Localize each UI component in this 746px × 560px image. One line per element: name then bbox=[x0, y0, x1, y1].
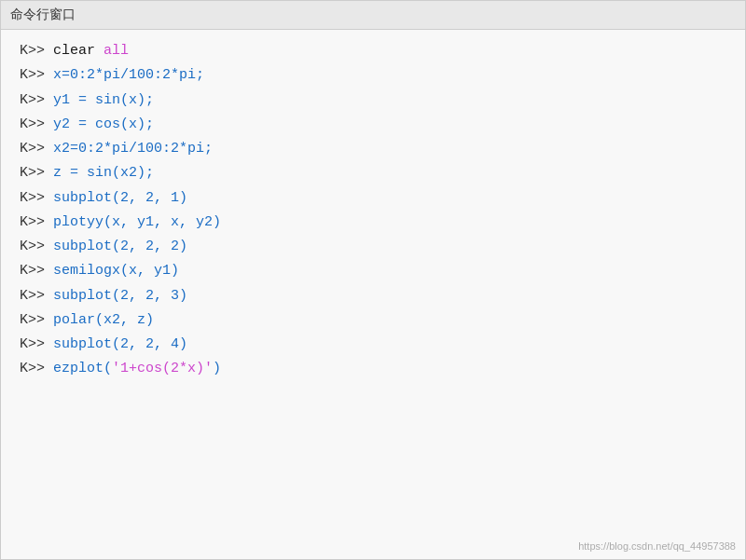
command-text: z = sin(x2); bbox=[53, 161, 154, 185]
terminal-line: K>> ezplot('1+cos(2*x)') bbox=[20, 357, 726, 381]
command-text: x2=0:2*pi/100:2*pi; bbox=[53, 137, 213, 161]
prompt: K>> bbox=[20, 89, 53, 113]
window-title: 命令行窗口 bbox=[10, 7, 76, 21]
command-text: polar(x2, z) bbox=[53, 308, 154, 333]
command-text: ) bbox=[213, 357, 221, 381]
command-text: semilogx(x, y1) bbox=[53, 259, 179, 283]
prompt: K>> bbox=[20, 63, 53, 88]
terminal-line: K>> x=0:2*pi/100:2*pi; bbox=[20, 63, 726, 88]
prompt: K>> bbox=[20, 39, 53, 63]
title-bar: 命令行窗口 bbox=[1, 1, 745, 30]
prompt: K>> bbox=[20, 113, 53, 137]
command-text: ezplot( bbox=[53, 357, 112, 381]
command-text: clear bbox=[53, 39, 104, 63]
command-text: x=0:2*pi/100:2*pi; bbox=[53, 63, 204, 88]
terminal-line: K>> y2 = cos(x); bbox=[20, 113, 726, 137]
terminal-line: K>> subplot(2, 2, 1) bbox=[20, 186, 726, 211]
window: 命令行窗口 K>> clear allK>> x=0:2*pi/100:2*pi… bbox=[0, 0, 746, 560]
terminal-line: K>> plotyy(x, y1, x, y2) bbox=[20, 211, 726, 235]
prompt: K>> bbox=[20, 333, 53, 357]
keyword-text: all bbox=[104, 39, 129, 63]
command-text: subplot(2, 2, 2) bbox=[53, 235, 187, 259]
command-text: y2 = cos(x); bbox=[53, 113, 154, 137]
terminal-line: K>> clear all bbox=[20, 39, 726, 63]
command-text: y1 = sin(x); bbox=[53, 89, 154, 113]
terminal-line: K>> polar(x2, z) bbox=[20, 308, 726, 333]
terminal-line: K>> semilogx(x, y1) bbox=[20, 259, 726, 283]
command-text: subplot(2, 2, 4) bbox=[53, 333, 187, 357]
terminal-line: K>> x2=0:2*pi/100:2*pi; bbox=[20, 137, 726, 161]
prompt: K>> bbox=[20, 357, 53, 381]
prompt: K>> bbox=[20, 308, 53, 333]
prompt: K>> bbox=[20, 284, 53, 308]
terminal-line: K>> subplot(2, 2, 4) bbox=[20, 333, 726, 357]
terminal[interactable]: K>> clear allK>> x=0:2*pi/100:2*pi;K>> y… bbox=[1, 30, 745, 559]
prompt: K>> bbox=[20, 211, 53, 235]
command-text: subplot(2, 2, 1) bbox=[53, 186, 187, 211]
prompt: K>> bbox=[20, 186, 53, 211]
prompt: K>> bbox=[20, 137, 53, 161]
terminal-line: K>> subplot(2, 2, 2) bbox=[20, 235, 726, 259]
prompt: K>> bbox=[20, 235, 53, 259]
terminal-line: K>> subplot(2, 2, 3) bbox=[20, 284, 726, 308]
command-text: plotyy(x, y1, x, y2) bbox=[53, 211, 221, 235]
terminal-line: K>> z = sin(x2); bbox=[20, 161, 726, 185]
prompt: K>> bbox=[20, 259, 53, 283]
terminal-line: K>> y1 = sin(x); bbox=[20, 89, 726, 113]
watermark: https://blog.csdn.net/qq_44957388 bbox=[578, 540, 736, 552]
command-text: subplot(2, 2, 3) bbox=[53, 284, 187, 308]
prompt: K>> bbox=[20, 161, 53, 185]
keyword-text: '1+cos(2*x)' bbox=[112, 357, 213, 381]
